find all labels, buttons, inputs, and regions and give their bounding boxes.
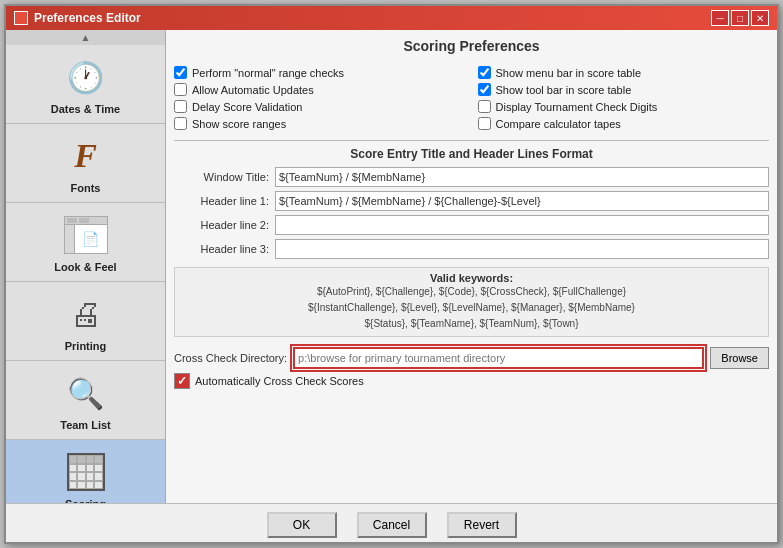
checkbox-showranges-input[interactable] — [174, 117, 187, 130]
main-content: ▲ 🕐 Dates & Time F Fonts — [6, 30, 777, 503]
close-button[interactable]: ✕ — [751, 10, 769, 26]
window-title-input[interactable] — [275, 167, 769, 187]
header3-input[interactable] — [275, 239, 769, 259]
preferences-window: Preferences Editor ─ □ ✕ ▲ 🕐 Dates & Tim… — [4, 4, 779, 544]
right-panel: Scoring Preferences Perform "normal" ran… — [166, 30, 777, 503]
fonts-icon: F — [62, 132, 110, 180]
window-title: Preferences Editor — [34, 11, 141, 25]
checkbox-delayvalidation-input[interactable] — [174, 100, 187, 113]
right-checkbox-col: Show menu bar in score table Show tool b… — [478, 66, 770, 130]
checkbox-autoupdate: Allow Automatic Updates — [174, 83, 466, 96]
sidebar-teamlist-label: Team List — [60, 419, 111, 431]
checkboxes-container: Perform "normal" range checks Allow Auto… — [174, 66, 769, 130]
sidebar-scroll: 🕐 Dates & Time F Fonts — [6, 45, 165, 503]
auto-cross-row: ✓ Automatically Cross Check Scores — [174, 373, 769, 389]
clock-icon: 🕐 — [62, 53, 110, 101]
form-row-header1: Header line 1: — [174, 191, 769, 211]
title-bar-controls: ─ □ ✕ — [711, 10, 769, 26]
checkbox-delayvalidation: Delay Score Validation — [174, 100, 466, 113]
checkbox-menubar-label: Show menu bar in score table — [496, 67, 642, 79]
auto-cross-checkbox-visual: ✓ — [174, 373, 190, 389]
sidebar-item-teamlist[interactable]: 🔍 Team List — [6, 361, 165, 440]
checkbox-showranges-label: Show score ranges — [192, 118, 286, 130]
header3-label: Header line 3: — [174, 243, 269, 255]
title-bar: Preferences Editor ─ □ ✕ — [6, 6, 777, 30]
checkbox-showranges: Show score ranges — [174, 117, 466, 130]
ok-button[interactable]: OK — [267, 512, 337, 538]
header2-label: Header line 2: — [174, 219, 269, 231]
sidebar-printing-label: Printing — [65, 340, 107, 352]
sidebar: ▲ 🕐 Dates & Time F Fonts — [6, 30, 166, 503]
scoring-icon — [62, 448, 110, 496]
sidebar-item-fonts[interactable]: F Fonts — [6, 124, 165, 203]
sidebar-fonts-label: Fonts — [71, 182, 101, 194]
checkbox-normalrange: Perform "normal" range checks — [174, 66, 466, 79]
crosscheck-label: Cross Check Directory: — [174, 352, 287, 364]
header1-input[interactable] — [275, 191, 769, 211]
bottom-buttons: OK Cancel Revert — [6, 503, 777, 542]
left-checkbox-col: Perform "normal" range checks Allow Auto… — [174, 66, 466, 130]
keywords-title: Valid keywords: — [183, 272, 760, 284]
keywords-line-3: ${Status}, ${TeamName}, ${TeamNum}, ${To… — [183, 316, 760, 332]
checkbox-checkdigits-input[interactable] — [478, 100, 491, 113]
header1-label: Header line 1: — [174, 195, 269, 207]
form-row-window-title: Window Title: — [174, 167, 769, 187]
checkbox-toolbar-input[interactable] — [478, 83, 491, 96]
browse-button[interactable]: Browse — [710, 347, 769, 369]
form-row-header3: Header line 3: — [174, 239, 769, 259]
sidebar-item-printing[interactable]: 🖨 Printing — [6, 282, 165, 361]
checkbox-menubar: Show menu bar in score table — [478, 66, 770, 79]
cancel-button[interactable]: Cancel — [357, 512, 427, 538]
checkbox-calctapes-label: Compare calculator tapes — [496, 118, 621, 130]
title-bar-left: Preferences Editor — [14, 11, 141, 25]
revert-button[interactable]: Revert — [447, 512, 517, 538]
form-section-title: Score Entry Title and Header Lines Forma… — [174, 147, 769, 161]
keywords-line-1: ${AutoPrint}, ${Challenge}, ${Code}, ${C… — [183, 284, 760, 300]
printing-icon: 🖨 — [62, 290, 110, 338]
checkbox-toolbar-label: Show tool bar in score table — [496, 84, 632, 96]
sidebar-item-scoring[interactable]: Scoring — [6, 440, 165, 503]
checkbox-calctapes-input[interactable] — [478, 117, 491, 130]
sidebar-dates-label: Dates & Time — [51, 103, 121, 115]
crosscheck-input[interactable] — [293, 347, 704, 369]
auto-cross-label: Automatically Cross Check Scores — [195, 375, 364, 387]
crosscheck-row: Cross Check Directory: Browse — [174, 347, 769, 369]
checkbox-delayvalidation-label: Delay Score Validation — [192, 101, 302, 113]
minimize-button[interactable]: ─ — [711, 10, 729, 26]
teamlist-icon: 🔍 — [62, 369, 110, 417]
form-row-header2: Header line 2: — [174, 215, 769, 235]
keywords-box: Valid keywords: ${AutoPrint}, ${Challeng… — [174, 267, 769, 337]
checkbox-calctapes: Compare calculator tapes — [478, 117, 770, 130]
checkbox-autoupdate-label: Allow Automatic Updates — [192, 84, 314, 96]
window-title-label: Window Title: — [174, 171, 269, 183]
maximize-button[interactable]: □ — [731, 10, 749, 26]
checkbox-autoupdate-input[interactable] — [174, 83, 187, 96]
look-feel-icon: 📄 — [62, 211, 110, 259]
checkbox-checkdigits-label: Display Tournament Check Digits — [496, 101, 658, 113]
checkbox-toolbar: Show tool bar in score table — [478, 83, 770, 96]
sidebar-item-dates[interactable]: 🕐 Dates & Time — [6, 45, 165, 124]
divider-1 — [174, 140, 769, 141]
checkbox-menubar-input[interactable] — [478, 66, 491, 79]
panel-title: Scoring Preferences — [174, 38, 769, 58]
header2-input[interactable] — [275, 215, 769, 235]
sidebar-look-label: Look & Feel — [54, 261, 116, 273]
checkbox-checkdigits: Display Tournament Check Digits — [478, 100, 770, 113]
checkbox-normalrange-label: Perform "normal" range checks — [192, 67, 344, 79]
scroll-up-button[interactable]: ▲ — [6, 30, 165, 45]
checkbox-normalrange-input[interactable] — [174, 66, 187, 79]
keywords-line-2: ${InstantChallenge}, ${Level}, ${LevelNa… — [183, 300, 760, 316]
app-icon — [14, 11, 28, 25]
sidebar-item-look[interactable]: 📄 Look & Feel — [6, 203, 165, 282]
